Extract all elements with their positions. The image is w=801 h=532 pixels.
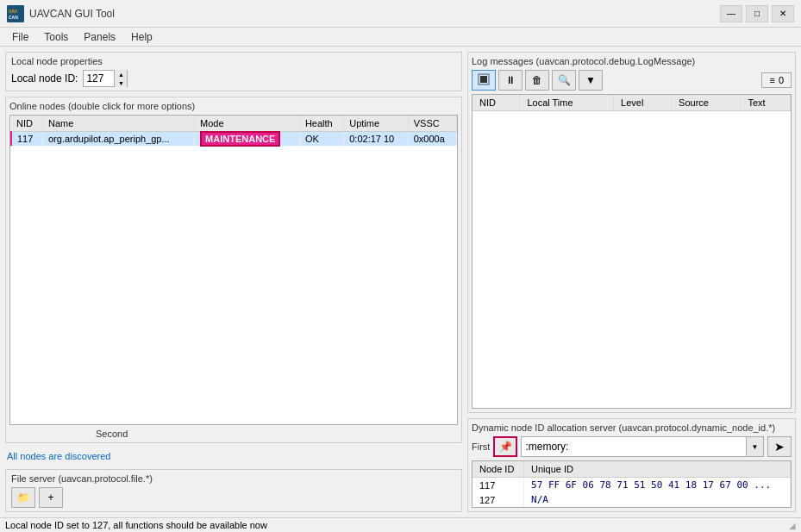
log-col-nid: NID: [472, 95, 520, 111]
log-section-label: Log messages (uavcan.protocol.debug.LogM…: [472, 56, 792, 66]
table-row[interactable]: 117 org.ardupilot.ap_periph_gp... MAINTE…: [11, 132, 457, 147]
dynamic-icon-button[interactable]: 📌: [493, 436, 517, 457]
memory-input-container[interactable]: ▼: [521, 436, 764, 457]
dynamic-table-header: Node ID Unique ID: [472, 461, 791, 478]
dynamic-col-nodeid: Node ID: [472, 461, 524, 478]
node-uptime: 0:02:17 10: [344, 132, 408, 147]
col-health: Health: [299, 116, 343, 132]
local-node-label: Local node properties: [11, 56, 456, 66]
node-id-input[interactable]: [84, 71, 114, 86]
svg-text:CAN: CAN: [9, 15, 18, 20]
node-id-spinbox[interactable]: ▲ ▼: [83, 70, 128, 87]
menu-file[interactable]: File: [5, 29, 35, 45]
log-count-badge: ≡ 0: [761, 72, 792, 88]
close-button[interactable]: ✕: [772, 5, 794, 22]
log-count: 0: [779, 75, 784, 85]
nodes-table: NID Name Mode Health Uptime VSSC 117 org…: [10, 116, 457, 146]
pause-icon: ⏸: [505, 74, 516, 86]
col-nid: NID: [11, 116, 43, 132]
log-toolbar: ⏸ 🗑 🔍 ▼ ≡ 0: [472, 70, 792, 91]
dynamic-label: Dynamic node ID allocation server (uavca…: [472, 422, 792, 433]
menu-help[interactable]: Help: [124, 29, 160, 45]
search-icon: 🔍: [558, 74, 571, 86]
menu-bar: File Tools Panels Help: [0, 28, 801, 47]
list-item: 117 57 FF 6F 06 78 71 51 50 41 18 17 67 …: [472, 478, 791, 493]
svg-rect-4: [480, 76, 487, 83]
list-icon: ≡: [769, 75, 774, 85]
file-server-label: File server (uavcan.protocol.file.*): [11, 473, 456, 484]
node-id-label: Local node ID:: [11, 72, 78, 84]
status-text: Local node ID set to 127, all functions …: [5, 520, 267, 530]
maximize-button[interactable]: □: [746, 5, 768, 22]
first-label: First: [472, 441, 490, 452]
file-server-add-button[interactable]: +: [39, 487, 63, 508]
node-health: OK: [299, 132, 343, 147]
online-nodes-section: Online nodes (double click for more opti…: [5, 97, 462, 443]
dynamic-node-id: 117: [472, 478, 524, 493]
memory-dropdown-button[interactable]: ▼: [746, 437, 763, 456]
log-table: NID Local Time Level Source Text: [472, 95, 791, 111]
dynamic-row: First 📌 ▼ ➤: [472, 436, 792, 457]
file-server-buttons: 📁 +: [11, 487, 456, 508]
node-vssc: 0x000a: [408, 132, 456, 147]
log-filter-button[interactable]: ▼: [579, 70, 603, 91]
trash-icon: 🗑: [532, 74, 542, 86]
nodes-table-header: NID Name Mode Health Uptime VSSC: [11, 116, 457, 132]
local-node-section: Local node properties Local node ID: ▲ ▼: [5, 52, 462, 91]
spinbox-up[interactable]: ▲: [115, 70, 127, 78]
log-clear-button[interactable]: 🗑: [525, 70, 549, 91]
spinbox-down[interactable]: ▼: [115, 78, 127, 87]
left-panel: Local node properties Local node ID: ▲ ▼…: [5, 52, 462, 512]
second-label: Second: [9, 429, 458, 439]
log-table-container[interactable]: NID Local Time Level Source Text: [472, 94, 792, 409]
local-node-row: Local node ID: ▲ ▼: [11, 70, 456, 87]
online-nodes-label: Online nodes (double click for more opti…: [9, 101, 458, 111]
menu-panels[interactable]: Panels: [77, 29, 122, 45]
filter-icon: ▼: [585, 74, 596, 86]
dynamic-table: Node ID Unique ID 117 57 FF 6F 06 78 71 …: [472, 461, 791, 507]
minimize-button[interactable]: —: [720, 5, 742, 22]
log-pause-button[interactable]: ⏸: [498, 70, 523, 91]
log-col-source: Source: [672, 95, 741, 111]
file-server-folder-button[interactable]: 📁: [11, 487, 35, 508]
right-panel: Log messages (uavcan.protocol.debug.LogM…: [467, 52, 796, 512]
dynamic-table-container[interactable]: Node ID Unique ID 117 57 FF 6F 06 78 71 …: [472, 460, 792, 508]
memory-go-button[interactable]: ➤: [767, 436, 792, 457]
nodes-table-container[interactable]: NID Name Mode Health Uptime VSSC 117 org…: [9, 115, 458, 425]
col-name: Name: [43, 116, 195, 132]
list-item: 127 N/A: [472, 492, 791, 507]
record-icon: [478, 73, 490, 88]
dynamic-unique-id: 57 FF 6F 06 78 71 51 50 41 18 17 67 00 .…: [524, 478, 791, 493]
log-record-button[interactable]: [472, 70, 496, 91]
memory-input[interactable]: [522, 441, 746, 453]
add-icon: +: [47, 491, 53, 504]
push-pin-icon: 📌: [499, 441, 512, 453]
title-bar: UAV CAN UAVCAN GUI Tool — □ ✕: [0, 0, 801, 28]
log-table-header: NID Local Time Level Source Text: [472, 95, 791, 111]
col-mode: Mode: [195, 116, 300, 132]
col-uptime: Uptime: [344, 116, 408, 132]
node-name: org.ardupilot.ap_periph_gp...: [43, 132, 195, 147]
main-content: Local node properties Local node ID: ▲ ▼…: [0, 47, 801, 517]
app-title: UAVCAN GUI Tool: [29, 8, 720, 20]
folder-icon: 📁: [17, 491, 30, 504]
log-section: Log messages (uavcan.protocol.debug.LogM…: [467, 52, 796, 413]
log-col-localtime: Local Time: [520, 95, 614, 111]
menu-tools[interactable]: Tools: [37, 29, 75, 45]
dynamic-unique-id: N/A: [524, 492, 791, 507]
dynamic-node-section: Dynamic node ID allocation server (uavca…: [467, 418, 796, 512]
app-logo: UAV CAN: [7, 5, 24, 22]
dynamic-node-id: 127: [472, 492, 524, 507]
col-vssc: VSSC: [408, 116, 456, 132]
dynamic-col-uniqueid: Unique ID: [524, 461, 791, 478]
log-search-button[interactable]: 🔍: [552, 70, 576, 91]
window-controls: — □ ✕: [720, 5, 794, 22]
all-nodes-text: All nodes are discovered: [5, 448, 462, 464]
svg-rect-0: [7, 5, 24, 22]
log-col-level: Level: [614, 95, 672, 111]
log-col-text: Text: [741, 95, 791, 111]
resize-handle: ◢: [789, 521, 796, 530]
go-icon: ➤: [774, 440, 785, 454]
file-server-section: File server (uavcan.protocol.file.*) 📁 +: [5, 469, 462, 512]
node-nid: 117: [11, 132, 43, 147]
